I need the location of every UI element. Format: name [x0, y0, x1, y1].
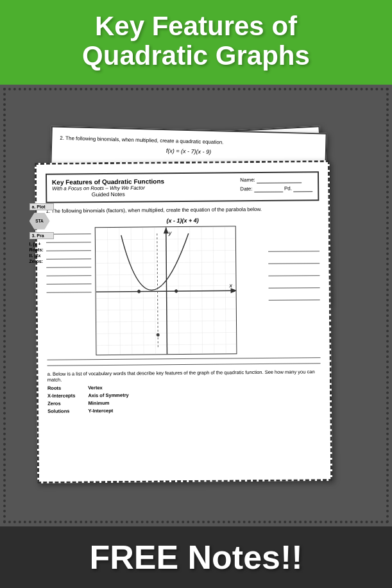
- notes-type: Guided Notes: [52, 190, 164, 198]
- right-line-4: [268, 287, 320, 289]
- vocab-table: Roots X-Intercepts Zeros Solutions Verte…: [47, 383, 320, 414]
- vocab-solutions: Solutions: [47, 408, 75, 414]
- answer-line-8: [46, 292, 91, 293]
- side-label-ix: I. (x +: [30, 242, 54, 246]
- name-field: Name:: [240, 176, 312, 183]
- side-label-plot: a. Plot: [30, 203, 54, 210]
- question-1: 1. The following binomials (factors), wh…: [46, 206, 319, 215]
- right-line-3: [268, 275, 320, 276]
- front-header-left: Key Features of Quadratic Functions With…: [52, 178, 164, 198]
- side-label-sta: STA: [30, 213, 54, 230]
- main-container: Key Features of Quadratic Graphs 3. Prac…: [0, 0, 392, 588]
- vocab-section: a. Below is a list of vocabulary words t…: [47, 369, 321, 414]
- main-title: Key Features of Quadratic Graphs: [13, 12, 379, 71]
- bottom-footer: FREE Notes!!: [0, 526, 392, 588]
- papers-stack: 3. Practice. Cont... III. x² + 7x + 12 2…: [30, 126, 363, 485]
- notes-title: Key Features of Quadratic Functions: [52, 178, 164, 186]
- bottom-answer-lines: [47, 357, 320, 366]
- vocab-zeros: Zeros: [47, 401, 75, 407]
- answer-line-6: [46, 275, 91, 276]
- vocab-roots: Roots: [47, 385, 74, 391]
- parabola-equation: (x - 1)(x + 4): [46, 216, 319, 225]
- vocab-xintercepts: X-Intercepts: [47, 393, 74, 399]
- right-line-2: [268, 263, 320, 264]
- side-label-iix: II. (2x: [30, 253, 54, 258]
- svg-text:x: x: [228, 282, 232, 289]
- graph-grid: y x: [94, 226, 237, 355]
- front-header-box: Key Features of Quadratic Functions With…: [45, 171, 318, 203]
- bottom-line-2: [47, 363, 320, 366]
- vocab-intro: a. Below is a list of vocabulary words t…: [47, 369, 320, 383]
- vocab-axis: Axis of Symmetry: [88, 392, 128, 399]
- bottom-line-1: [47, 357, 320, 360]
- graph-area: y x: [94, 226, 265, 355]
- top-header: Key Features of Quadratic Graphs: [0, 0, 392, 85]
- right-line-5: [268, 299, 320, 301]
- vocab-minimum: Minimum: [88, 400, 128, 407]
- right-line-1: [268, 251, 320, 252]
- vocab-yintercept: Y-Intercept: [88, 408, 128, 414]
- footer-text: FREE Notes!!: [13, 538, 379, 576]
- date-field: Date: Pd.: [240, 185, 312, 192]
- paper-front: Key Features of Quadratic Functions With…: [34, 160, 332, 483]
- side-label-zeros: Zeros:: [30, 259, 54, 264]
- side-label-pra: 3. Pra: [30, 232, 54, 239]
- preview-area: 3. Practice. Cont... III. x² + 7x + 12 2…: [0, 85, 392, 526]
- side-label-roots: Roots:: [30, 248, 54, 252]
- content-row: y x: [46, 225, 320, 356]
- svg-text:y: y: [167, 230, 171, 236]
- right-answer-labels: [268, 225, 320, 354]
- vocab-vertex: Vertex: [88, 385, 128, 391]
- answer-line-5: [46, 267, 91, 268]
- vocab-col-1: Roots X-Intercepts Zeros Solutions: [47, 385, 75, 414]
- front-header-right: Name: Date: Pd.: [240, 176, 312, 196]
- answer-line-7: [46, 283, 91, 285]
- vocab-col-2: Vertex Axis of Symmetry Minimum Y-Interc…: [88, 385, 129, 414]
- side-labels: a. Plot STA 3. Pra I. (x + Roots: II. (2…: [30, 203, 54, 264]
